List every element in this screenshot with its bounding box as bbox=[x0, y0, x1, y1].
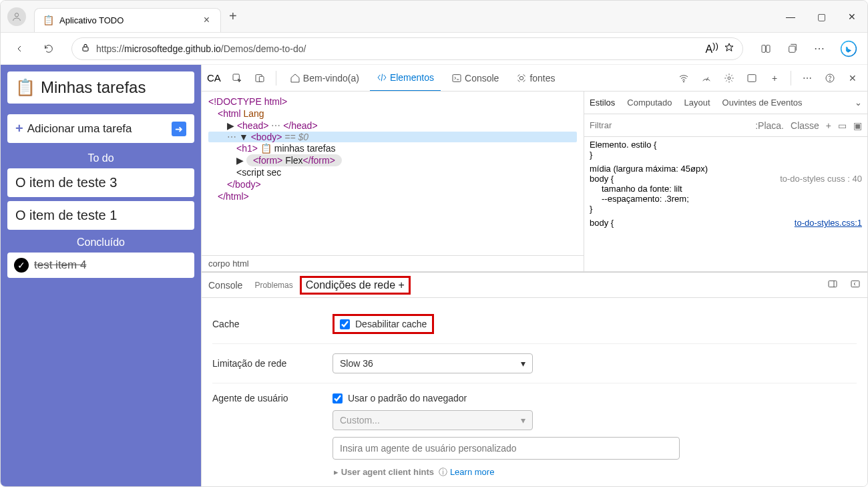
svg-rect-4 bbox=[789, 46, 795, 52]
dom-node[interactable]: ▶ <head> ⋯ </head> bbox=[208, 120, 577, 132]
ua-client-hints[interactable]: ▸ User agent client hints ⓘ Learn more bbox=[333, 466, 857, 478]
network-status-icon[interactable] bbox=[674, 69, 693, 88]
help-icon[interactable] bbox=[821, 69, 839, 88]
rule-selector: Elemento. estilo { bbox=[590, 140, 862, 150]
svg-rect-3 bbox=[767, 45, 770, 52]
css-prop[interactable]: --espaçamento: .3rem; bbox=[590, 194, 862, 204]
todo-app: 📋 Minhas tarefas + Adicionar uma tarefa … bbox=[1, 65, 201, 487]
more-tools-icon[interactable]: ⋯ bbox=[798, 69, 817, 88]
rule-close: } bbox=[590, 204, 862, 214]
dock-side-icon[interactable] bbox=[742, 69, 761, 88]
throttling-select[interactable]: Slow 36 ▾ bbox=[333, 353, 533, 373]
devtools-toolbar: CA Bem-vindo(a) Elementos Console fontes bbox=[202, 65, 867, 92]
site-lock-icon[interactable] bbox=[80, 42, 91, 55]
cls-toggle[interactable]: Classe bbox=[791, 120, 819, 131]
inspect-element-icon[interactable] bbox=[228, 69, 246, 88]
settings-gear-icon[interactable] bbox=[720, 69, 738, 88]
disable-cache-checkbox[interactable] bbox=[340, 319, 350, 329]
tab-elements-label: Elementos bbox=[390, 72, 434, 83]
url-scheme: https:// bbox=[96, 43, 124, 54]
tab-sources-label: fontes bbox=[529, 73, 555, 84]
reload-button[interactable] bbox=[37, 37, 61, 61]
tab-welcome[interactable]: Bem-vindo(a) bbox=[283, 65, 366, 92]
computed-toggle-icon[interactable]: ▭ bbox=[838, 120, 847, 131]
tab-console[interactable]: Console bbox=[445, 65, 505, 92]
divider bbox=[791, 71, 791, 86]
dom-node[interactable]: <!DOCTYPE html> bbox=[208, 96, 287, 107]
profile-icon[interactable] bbox=[7, 7, 26, 26]
tab-computed[interactable]: Computado bbox=[627, 98, 672, 108]
ua-custom-value: Custom... bbox=[340, 415, 380, 426]
bing-chat-icon[interactable] bbox=[837, 37, 861, 61]
tab-close-icon[interactable]: × bbox=[201, 14, 212, 26]
window-close-button[interactable]: ✕ bbox=[837, 3, 867, 30]
tab-welcome-label: Bem-vindo(a) bbox=[303, 73, 359, 84]
dom-node[interactable]: <html Lang bbox=[218, 108, 264, 119]
svg-point-11 bbox=[683, 81, 684, 82]
drawer-tab-console[interactable]: Console bbox=[208, 280, 242, 291]
new-tab-button[interactable]: + bbox=[229, 9, 237, 24]
chevron-down-icon[interactable]: ⌄ bbox=[855, 98, 862, 108]
task-item[interactable]: O item de teste 1 bbox=[7, 201, 194, 230]
inspect-lang[interactable]: CA bbox=[207, 72, 221, 84]
collections-icon[interactable] bbox=[781, 37, 805, 61]
window-maximize-button[interactable]: ▢ bbox=[806, 3, 837, 30]
styles-filter-input[interactable] bbox=[590, 120, 750, 130]
drawer-collapse-icon[interactable] bbox=[850, 279, 861, 291]
styles-rules[interactable]: Elemento. estilo {} mídia (largura máxim… bbox=[584, 137, 867, 271]
drawer-tab-problems[interactable]: Problemas bbox=[254, 281, 292, 290]
rule-source-link[interactable]: to-do-styles.css:1 bbox=[795, 218, 862, 228]
split-screen-icon[interactable] bbox=[754, 37, 778, 61]
back-button[interactable] bbox=[7, 37, 31, 61]
tab-listeners[interactable]: Ouvintes de Eventos bbox=[722, 98, 803, 108]
dom-node[interactable]: </html> bbox=[218, 191, 249, 202]
dom-node[interactable]: <script sec bbox=[208, 166, 577, 178]
new-rule-icon[interactable]: + bbox=[826, 120, 831, 131]
disable-cache-label: Desabilitar cache bbox=[355, 319, 427, 329]
ua-custom-input[interactable]: Insira um agente de usuário personalizad… bbox=[333, 437, 680, 460]
done-item[interactable]: ✓ test item 4 bbox=[7, 253, 194, 278]
styles-filter-row: :Placa. Classe + ▭ ▣ bbox=[584, 114, 867, 137]
tab-sources[interactable]: fontes bbox=[509, 65, 562, 92]
drawer-tabs: Console Problemas Condições de rede + bbox=[202, 273, 867, 298]
close-devtools-icon[interactable]: ✕ bbox=[843, 69, 862, 88]
hov-toggle[interactable]: :Placa. bbox=[755, 120, 784, 131]
drawer-tab-network-conditions[interactable]: Condições de rede + bbox=[306, 279, 405, 291]
url-box[interactable]: https://microsoftedge.github.io/Demos/de… bbox=[71, 37, 743, 60]
dom-node-selected[interactable]: ⋯ ▼ <body> == $0 bbox=[208, 132, 577, 142]
divider bbox=[276, 71, 276, 86]
submit-arrow-icon[interactable]: ➜ bbox=[172, 122, 186, 136]
window-minimize-button[interactable]: — bbox=[775, 3, 806, 30]
chevron-down-icon: ▾ bbox=[521, 358, 525, 369]
rule-source[interactable]: to-do-styles cuss : 40 bbox=[780, 174, 862, 184]
task-item[interactable]: O item de teste 3 bbox=[7, 168, 194, 197]
tab-styles[interactable]: Estilos bbox=[590, 98, 615, 108]
browser-tab[interactable]: 📋 Aplicativo TODO × bbox=[34, 8, 221, 32]
css-prop[interactable]: tamanho da fonte: lilt bbox=[590, 184, 862, 194]
app-header: 📋 Minhas tarefas bbox=[7, 71, 194, 104]
toggle-panel-icon[interactable]: ▣ bbox=[853, 120, 862, 131]
ua-default-checkbox[interactable] bbox=[333, 393, 343, 403]
svg-rect-13 bbox=[748, 74, 756, 82]
drawer-expand-icon[interactable] bbox=[827, 279, 838, 291]
dom-node[interactable]: <h1> 📋 minhas tarefas bbox=[208, 142, 577, 154]
main-content: 📋 Minhas tarefas + Adicionar uma tarefa … bbox=[1, 65, 867, 487]
dom-node[interactable]: ▶ <form> Flex</form> bbox=[208, 154, 577, 166]
ua-default-label: Usar o padrão do navegador bbox=[348, 393, 467, 403]
ua-custom-select: Custom... ▾ bbox=[333, 410, 533, 430]
breadcrumb[interactable]: corpo html bbox=[202, 255, 584, 271]
more-icon[interactable]: ⋯ bbox=[807, 37, 831, 61]
tab-elements[interactable]: Elementos bbox=[370, 65, 441, 92]
read-aloud-icon[interactable]: A)) bbox=[705, 41, 718, 55]
performance-icon[interactable] bbox=[697, 69, 716, 88]
add-panel-icon[interactable]: + bbox=[765, 69, 784, 88]
favorite-icon[interactable] bbox=[724, 42, 734, 55]
device-toggle-icon[interactable] bbox=[250, 69, 269, 88]
user-agent-setting-row: Agente de usuário Usar o padrão do naveg… bbox=[212, 383, 857, 487]
media-query: mídia (largura máxima: 45øpx) bbox=[590, 164, 862, 174]
add-task-button[interactable]: + Adicionar uma tarefa ➜ bbox=[7, 114, 194, 143]
dom-tree[interactable]: <!DOCTYPE html> <html Lang ▶ <head> ⋯ </… bbox=[202, 92, 584, 206]
dom-node[interactable]: </body> bbox=[227, 179, 261, 190]
tab-layout[interactable]: Layout bbox=[684, 98, 710, 108]
styles-panel: Estilos Computado Layout Ouvintes de Eve… bbox=[584, 92, 867, 271]
